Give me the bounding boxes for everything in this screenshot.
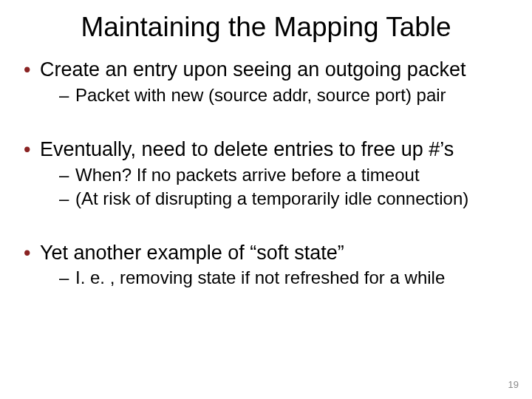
sub-bullet-text: Packet with new (source addr, source por… — [75, 85, 446, 105]
sub-bullet-list: I. e. , removing state if not refreshed … — [40, 267, 511, 289]
bullet-text: Create an entry upon seeing an outgoing … — [40, 58, 466, 81]
bullet-list: Eventually, need to delete entries to fr… — [21, 137, 511, 210]
spacer — [21, 214, 511, 241]
bullet-list: Yet another example of “soft state” I. e… — [21, 241, 511, 290]
sub-bullet-item: When? If no packets arrive before a time… — [59, 164, 511, 186]
sub-bullet-item: Packet with new (source addr, source por… — [59, 84, 511, 106]
slide-title: Maintaining the Mapping Table — [0, 0, 532, 43]
page-number: 19 — [508, 379, 519, 390]
bullet-item: Yet another example of “soft state” I. e… — [21, 241, 511, 290]
slide-body: Create an entry upon seeing an outgoing … — [0, 43, 532, 289]
sub-bullet-list: When? If no packets arrive before a time… — [40, 164, 511, 210]
sub-bullet-text: (At risk of disrupting a temporarily idl… — [75, 188, 468, 208]
sub-bullet-item: I. e. , removing state if not refreshed … — [59, 267, 511, 289]
slide: Maintaining the Mapping Table Create an … — [0, 0, 532, 399]
spacer — [21, 111, 511, 137]
sub-bullet-list: Packet with new (source addr, source por… — [40, 84, 511, 106]
bullet-list: Create an entry upon seeing an outgoing … — [21, 58, 511, 106]
bullet-item: Create an entry upon seeing an outgoing … — [21, 58, 511, 106]
sub-bullet-item: (At risk of disrupting a temporarily idl… — [59, 188, 511, 210]
bullet-text: Yet another example of “soft state” — [40, 242, 344, 264]
sub-bullet-text: I. e. , removing state if not refreshed … — [75, 267, 445, 287]
bullet-text: Eventually, need to delete entries to fr… — [40, 138, 454, 160]
bullet-item: Eventually, need to delete entries to fr… — [21, 137, 511, 210]
sub-bullet-text: When? If no packets arrive before a time… — [75, 165, 420, 185]
